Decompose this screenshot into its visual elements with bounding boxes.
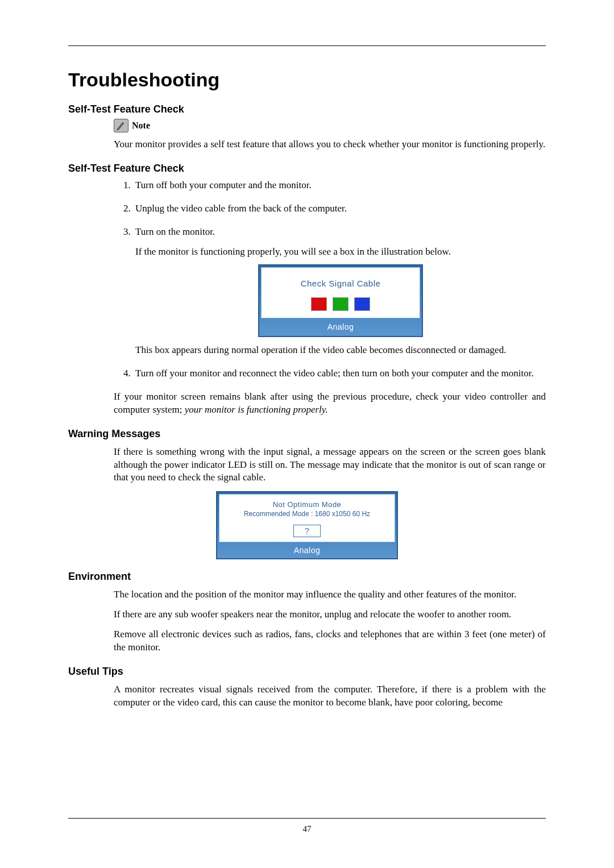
step-3-text: Turn on the monitor.: [135, 226, 215, 237]
step-3-sub1: If the monitor is functioning properly, …: [135, 246, 546, 259]
dialog1-line: Check Signal Cable: [266, 278, 415, 289]
step-1-text: Turn off both your computer and the moni…: [135, 180, 312, 190]
dialog2-qmark: ?: [293, 525, 321, 537]
dialog1-footer: Analog: [261, 318, 420, 334]
section-environment: Environment: [68, 571, 546, 583]
step-4-text: Turn off your monitor and reconnect the …: [135, 368, 534, 379]
section-selftest-1: Self-Test Feature Check: [68, 103, 546, 115]
env-p1: The location and the position of the mon…: [114, 588, 546, 601]
section-selftest-2: Self-Test Feature Check: [68, 163, 546, 175]
post-steps-plain: If your monitor screen remains blank aft…: [114, 391, 546, 415]
note-paragraph: Your monitor provides a self test featur…: [114, 138, 546, 151]
step-2-text: Unplug the video cable from the back of …: [135, 203, 347, 214]
page-number: 47: [68, 824, 546, 834]
tips-p1: A monitor recreates visual signals recei…: [114, 683, 546, 709]
note-icon: [114, 119, 128, 132]
page-title: Troubleshooting: [68, 69, 546, 91]
post-steps-italic: your monitor is functioning properly.: [185, 404, 328, 415]
section-usefultips: Useful Tips: [68, 666, 546, 678]
dialog2-line2: Recommended Mode : 1680 x1050 60 Hz: [223, 510, 391, 518]
rgb-swatches: [266, 297, 415, 311]
dialog2-line1: Not Optimum Mode: [223, 500, 391, 509]
section-warning: Warning Messages: [68, 428, 546, 440]
swatch-green: [333, 297, 349, 311]
step-2: Unplug the video cable from the back of …: [133, 202, 546, 215]
step-1: Turn off both your computer and the moni…: [133, 179, 546, 192]
warning-paragraph: If there is something wrong with the inp…: [114, 446, 546, 485]
step-3-sub2: This box appears during normal operation…: [135, 344, 546, 357]
bottom-rule: [68, 818, 546, 819]
top-rule: [68, 45, 546, 46]
check-signal-cable-dialog: Check Signal Cable Analog: [258, 264, 423, 337]
dialog2-footer: Analog: [219, 542, 395, 556]
note-label: Note: [132, 121, 150, 131]
swatch-blue: [354, 297, 370, 311]
swatch-red: [311, 297, 327, 311]
env-p3: Remove all electronic devices such as ra…: [114, 628, 546, 654]
post-steps-paragraph: If your monitor screen remains blank aft…: [114, 391, 546, 417]
not-optimum-mode-dialog: Not Optimum Mode Recommended Mode : 1680…: [216, 491, 398, 559]
step-3: Turn on the monitor. If the monitor is f…: [133, 226, 546, 357]
env-p2: If there are any sub woofer speakers nea…: [114, 608, 546, 621]
step-4: Turn off your monitor and reconnect the …: [133, 367, 546, 380]
